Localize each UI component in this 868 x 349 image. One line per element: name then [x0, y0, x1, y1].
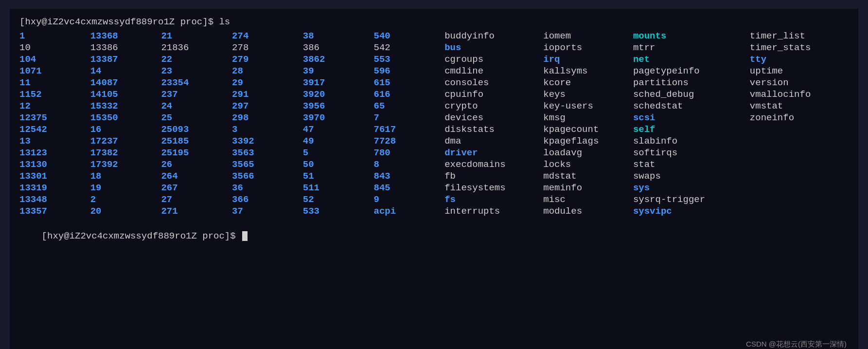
ls-cell: 3566: [232, 170, 303, 182]
ls-cell: interrupts: [444, 205, 543, 217]
ls-cell: [750, 205, 849, 217]
ls-cell: 7617: [374, 124, 445, 135]
table-row: 1254216250933477617diskstatskpagecountse…: [19, 124, 849, 135]
ls-cell: net: [633, 54, 750, 65]
ls-cell: 540: [374, 30, 445, 42]
ls-cell: kpageflags: [543, 135, 633, 147]
ls-cell: cgroups: [444, 54, 543, 65]
ls-cell: [750, 159, 849, 170]
ls-cell: vmstat: [750, 100, 849, 112]
ls-cell: 7728: [374, 135, 445, 147]
ls-cell: 25195: [161, 147, 232, 159]
ls-cell: 13386: [90, 42, 161, 54]
ls-cell: bus: [444, 42, 543, 54]
ls-cell: 39: [303, 65, 374, 77]
ls-cell: 65: [374, 100, 445, 112]
watermark: CSDN @花想云(西安第一深情): [746, 340, 847, 349]
table-row: 133572027137533acpiinterruptsmodulessysv…: [19, 205, 849, 217]
terminal-window: [hxy@iZ2vc4cxmzwssydf889ro1Z proc]$ ls 1…: [10, 9, 858, 349]
ls-cell: sys: [633, 182, 750, 194]
ls-cell: 13387: [90, 54, 161, 65]
ls-cell: 12: [19, 100, 90, 112]
ls-cell: [750, 135, 849, 147]
ls-cell: 26: [161, 159, 232, 170]
ls-cell: 7: [374, 112, 445, 124]
ls-cell: dma: [444, 135, 543, 147]
ls-cell: 13301: [19, 170, 90, 182]
ls-cell: 13348: [19, 194, 90, 205]
ls-cell: 1152: [19, 89, 90, 100]
ls-cell: 49: [303, 135, 374, 147]
ls-cell: mtrr: [633, 42, 750, 54]
table-row: 1313017392263565508execdomainslocksstat: [19, 159, 849, 170]
ls-cell: sched_debug: [633, 89, 750, 100]
ls-cell: 596: [374, 65, 445, 77]
ls-cell: 291: [232, 89, 303, 100]
ls-cell: 13: [19, 135, 90, 147]
table-row: 1152141052372913920616cpuinfokeyssched_d…: [19, 89, 849, 100]
ls-cell: acpi: [374, 205, 445, 217]
ls-cell: 2: [90, 194, 161, 205]
ls-cell: 23354: [161, 77, 232, 89]
ls-cell: schedstat: [633, 100, 750, 112]
ls-cell: 237: [161, 89, 232, 100]
ls-cell: 15350: [90, 112, 161, 124]
ls-cell: crypto: [444, 100, 543, 112]
ls-cell: 3920: [303, 89, 374, 100]
ls-cell: 279: [232, 54, 303, 65]
ls-cell: 3970: [303, 112, 374, 124]
table-row: 111408723354293917615consoleskcorepartit…: [19, 77, 849, 89]
ls-cell: devices: [444, 112, 543, 124]
ls-cell: 29: [232, 77, 303, 89]
table-row: 1330118264356651843fbmdstatswaps: [19, 170, 849, 182]
ls-cell: 271: [161, 205, 232, 217]
ls-cell: filesystems: [444, 182, 543, 194]
ls-cell: diskstats: [444, 124, 543, 135]
ls-cell: 845: [374, 182, 445, 194]
ls-cell: locks: [543, 159, 633, 170]
ls-cell: cmdline: [444, 65, 543, 77]
ls-cell: 843: [374, 170, 445, 182]
ls-cell: mdstat: [543, 170, 633, 182]
ls-cell: 14105: [90, 89, 161, 100]
ls-cell: 23: [161, 65, 232, 77]
ls-cell: key-users: [543, 100, 633, 112]
table-row: 133191926736511845filesystemsmeminfosys: [19, 182, 849, 194]
ls-cell: 38: [303, 30, 374, 42]
ls-cell: 25185: [161, 135, 232, 147]
ls-cell: [750, 170, 849, 182]
table-row: 12375153502529839707deviceskmsgscsizonei…: [19, 112, 849, 124]
ls-cell: [750, 124, 849, 135]
ls-cell: 12375: [19, 112, 90, 124]
ls-cell: 52: [303, 194, 374, 205]
table-row: 107114232839596cmdlinekallsymspagetypein…: [19, 65, 849, 77]
ls-cell: tty: [750, 54, 849, 65]
ls-cell: 616: [374, 89, 445, 100]
ls-output-table: 1133682127438540buddyinfoiomemmountstime…: [19, 30, 849, 217]
ls-cell: softirqs: [633, 147, 750, 159]
ls-cell: keys: [543, 89, 633, 100]
ls-cell: timer_list: [750, 30, 849, 42]
ls-cell: 297: [232, 100, 303, 112]
ls-cell: kcore: [543, 77, 633, 89]
ls-cell: 14: [90, 65, 161, 77]
ls-cell: 615: [374, 77, 445, 89]
ls-cell: 542: [374, 42, 445, 54]
table-row: 1317237251853392497728dmakpageflagsslabi…: [19, 135, 849, 147]
ls-cell: cpuinfo: [444, 89, 543, 100]
ls-cell: kallsyms: [543, 65, 633, 77]
ls-cell: [750, 147, 849, 159]
ls-cell: 27: [161, 194, 232, 205]
ls-cell: 1: [19, 30, 90, 42]
ls-cell: 21: [161, 30, 232, 42]
ls-cell: buddyinfo: [444, 30, 543, 42]
ls-cell: fb: [444, 170, 543, 182]
table-row: 10413387222793862553cgroupsirqnettty: [19, 54, 849, 65]
ls-cell: version: [750, 77, 849, 89]
ls-cell: 3565: [232, 159, 303, 170]
table-row: 121533224297395665cryptokey-usersschedst…: [19, 100, 849, 112]
ls-cell: mounts: [633, 30, 750, 42]
ls-cell: kmsg: [543, 112, 633, 124]
ls-cell: 18: [90, 170, 161, 182]
ls-cell: 15332: [90, 100, 161, 112]
